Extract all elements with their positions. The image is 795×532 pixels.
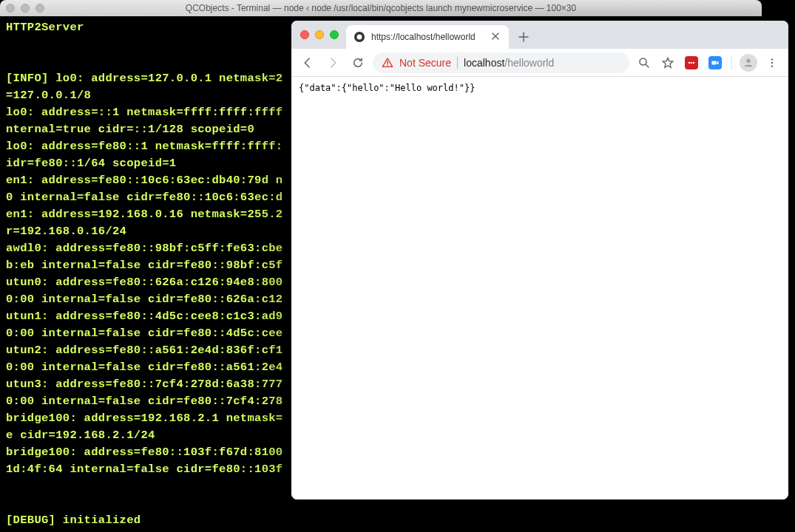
toolbar-separator (731, 55, 732, 70)
favicon-icon (353, 31, 365, 43)
terminal-title: QCObjects - Terminal — node ‹ node /usr/… (0, 3, 762, 13)
back-button[interactable] (297, 52, 318, 73)
close-tab-icon[interactable] (491, 32, 501, 42)
svg-point-1 (357, 35, 362, 40)
svg-point-3 (387, 64, 388, 66)
zoom-window-button[interactable] (330, 30, 339, 39)
reload-button[interactable] (348, 52, 368, 73)
zoom-window-button[interactable] (35, 4, 44, 13)
bookmark-star-icon[interactable] (657, 52, 678, 73)
url-path: /helloworld (504, 57, 554, 69)
not-secure-label: Not Secure (399, 57, 451, 69)
url-host: localhost (464, 57, 504, 69)
browser-window-controls (300, 30, 339, 39)
svg-point-7 (691, 61, 692, 63)
browser-toolbar: Not Secure localhost/helloworld (291, 49, 788, 77)
browser-window: https://localhost/helloworld Not Secure … (291, 21, 788, 499)
terminal-titlebar[interactable]: QCObjects - Terminal — node ‹ node /usr/… (0, 0, 762, 16)
browser-tab[interactable]: https://localhost/helloworld (346, 25, 509, 49)
close-window-button[interactable] (300, 30, 309, 39)
toolbar-right (634, 52, 782, 73)
svg-line-5 (646, 64, 649, 67)
extension-zoom-icon[interactable] (705, 52, 725, 73)
not-secure-icon (382, 57, 393, 69)
terminal-window-controls (6, 4, 44, 13)
close-window-button[interactable] (6, 4, 15, 13)
url-text: localhost/helloworld (464, 57, 554, 69)
response-body: {"data":{"hello":"Hello world!"}} (299, 83, 475, 93)
profile-avatar[interactable] (738, 52, 759, 73)
minimize-window-button[interactable] (21, 4, 30, 13)
svg-point-13 (771, 65, 773, 66)
minimize-window-button[interactable] (315, 30, 324, 39)
menu-kebab-icon[interactable] (762, 52, 782, 73)
extension-lastpass-icon[interactable] (681, 52, 702, 73)
svg-point-6 (689, 61, 690, 63)
forward-button[interactable] (322, 52, 343, 73)
new-tab-button[interactable] (513, 27, 534, 47)
address-bar[interactable]: Not Secure localhost/helloworld (373, 52, 629, 73)
browser-page-content[interactable]: {"data":{"hello":"Hello world!"}} (291, 77, 788, 499)
svg-point-12 (771, 61, 773, 63)
browser-tabbar: https://localhost/helloworld (291, 21, 788, 49)
svg-point-8 (693, 61, 694, 63)
svg-rect-9 (712, 61, 717, 64)
svg-point-11 (771, 58, 773, 60)
address-divider (457, 57, 458, 69)
svg-point-10 (746, 58, 750, 62)
search-icon[interactable] (634, 52, 654, 73)
tab-title: https://localhost/helloworld (371, 32, 485, 42)
svg-point-4 (640, 58, 646, 65)
